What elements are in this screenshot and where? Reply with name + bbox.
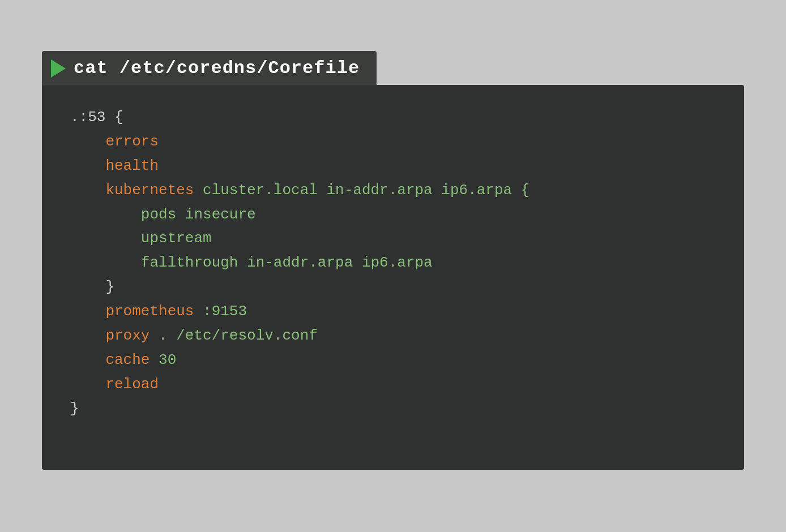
code-segment: } <box>70 400 79 417</box>
code-segment: kubernetes <box>70 182 194 199</box>
code-segment: :9153 <box>194 303 247 320</box>
code-line: errors <box>70 130 716 154</box>
code-segment: cache <box>70 351 149 368</box>
code-line: reload <box>70 372 716 397</box>
command-title: cat /etc/coredns/Corefile <box>74 58 360 79</box>
code-segment: upstream <box>70 230 212 247</box>
play-icon <box>51 59 66 78</box>
code-line: kubernetes cluster.local in-addr.arpa ip… <box>70 178 716 203</box>
code-segment: cluster.local in-addr.arpa ip6.arpa { <box>194 182 529 199</box>
code-segment: .: <box>70 109 88 126</box>
code-line: health <box>70 154 716 178</box>
code-segment: pods insecure <box>70 206 256 223</box>
code-line: cache 30 <box>70 348 716 372</box>
code-line: .:53 { <box>70 105 716 130</box>
code-segment: 53 <box>88 109 105 126</box>
code-segment: reload <box>70 376 159 393</box>
terminal-wrapper: cat /etc/coredns/Corefile .:53 { errors … <box>42 85 744 470</box>
title-bar: cat /etc/coredns/Corefile <box>42 51 377 85</box>
code-line: } <box>70 397 716 421</box>
code-line: pods insecure <box>70 203 716 227</box>
code-line: } <box>70 275 716 299</box>
code-segment: prometheus <box>70 303 194 320</box>
code-line: fallthrough in-addr.arpa ip6.arpa <box>70 251 716 275</box>
code-line: proxy . /etc/resolv.conf <box>70 324 716 348</box>
code-segment: proxy <box>70 327 149 344</box>
code-segment: { <box>105 109 123 126</box>
code-segment: fallthrough in-addr.arpa ip6.arpa <box>70 254 433 271</box>
code-segment: errors <box>70 133 159 150</box>
code-segment: health <box>70 157 159 174</box>
code-block: .:53 { errors health kubernetes cluster.… <box>42 85 744 470</box>
code-segment: } <box>70 278 114 295</box>
code-segment: . /etc/resolv.conf <box>149 327 317 344</box>
code-segment: 30 <box>149 351 176 368</box>
code-line: upstream <box>70 226 716 251</box>
code-line: prometheus :9153 <box>70 299 716 324</box>
